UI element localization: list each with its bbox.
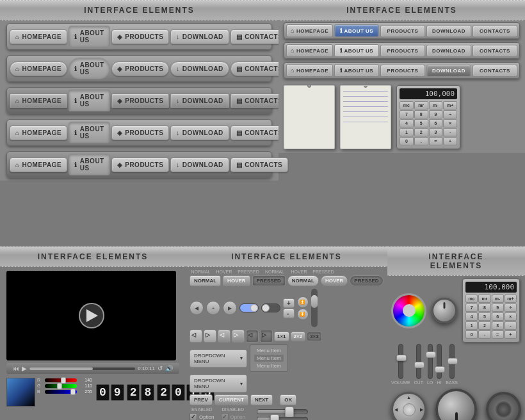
color-swatch[interactable] <box>6 378 35 407</box>
calc-btn-sub[interactable]: - <box>443 128 457 136</box>
calc-r-0[interactable]: 0 <box>465 330 478 339</box>
vslider-thumb-3[interactable] <box>426 351 436 358</box>
calc-r-2[interactable]: 2 <box>478 321 490 330</box>
nav-sm-homepage-3[interactable]: ⌂ HOMEPAGE <box>286 64 333 77</box>
range-mid[interactable]: 2×2 <box>291 332 306 341</box>
vslider-thumb-5[interactable] <box>448 358 458 364</box>
cb-box-1[interactable] <box>190 413 197 420</box>
calc-r-eq[interactable]: = <box>492 330 504 339</box>
media-down[interactable]: ⏬ <box>297 309 309 320</box>
calc-r-mul[interactable]: × <box>505 312 517 321</box>
nav-sm-products-3[interactable]: PRODUCTS <box>380 65 425 77</box>
nav-sm-download-3[interactable]: DOWNLOAD <box>426 65 471 77</box>
slider-track-1[interactable] <box>257 409 308 414</box>
color-handle-g[interactable] <box>57 383 62 389</box>
nav-sm-about-3[interactable]: ℹ ABOUT US <box>334 64 379 77</box>
calc-r-3[interactable]: 3 <box>492 321 504 330</box>
nav-homepage-4[interactable]: ⌂ HOMEPAGE <box>10 125 67 140</box>
calc-btn-mr[interactable]: mr <box>414 101 428 109</box>
nav-products-3[interactable]: ◈ PRODUCTS <box>111 93 170 108</box>
nav-products-4[interactable]: ◈ PRODUCTS <box>111 125 170 140</box>
calc-r-6[interactable]: 6 <box>492 312 504 321</box>
media-btn-prev[interactable]: ◀ <box>190 301 204 315</box>
calc-btn-add[interactable]: + <box>443 137 457 145</box>
nav-products-1[interactable]: ◈ PRODUCTS <box>111 29 170 44</box>
nav-sm-products-1[interactable]: PRODUCTS <box>380 25 425 37</box>
calc-r-8[interactable]: 8 <box>478 303 490 312</box>
nav-about-5[interactable]: ℹ ABOUT US <box>69 154 110 175</box>
btn-hover-round[interactable]: HOVER <box>321 275 348 286</box>
icon-btn-5[interactable]: ◁ <box>246 330 259 343</box>
scroll-thumb[interactable] <box>311 295 318 308</box>
calc-r-mc[interactable]: mc <box>465 295 478 303</box>
nav-sm-homepage-1[interactable]: ⌂ HOMEPAGE <box>286 24 333 37</box>
vslider-thumb-2[interactable] <box>414 362 424 368</box>
nav-sm-about-2[interactable]: ℹ ABOUT US <box>334 44 379 57</box>
vslider-track-3[interactable] <box>428 344 433 379</box>
scroll-bar[interactable] <box>311 289 318 327</box>
btn-next[interactable]: NEXT <box>250 394 273 405</box>
nav-about-2[interactable]: ℹ ABOUT US <box>69 58 110 79</box>
nav-sm-homepage-2[interactable]: ⌂ HOMEPAGE <box>286 44 333 57</box>
range-max[interactable]: 3×3 <box>307 332 322 341</box>
color-bar-b[interactable] <box>45 390 77 394</box>
btn-hover-1[interactable]: HOVER <box>223 275 250 286</box>
nav-homepage-5[interactable]: ⌂ HOMEPAGE <box>10 158 67 172</box>
vslider-track-4[interactable] <box>437 344 442 379</box>
icon-btn-1[interactable]: ◁ <box>190 330 202 343</box>
disc-left[interactable]: ◀ <box>394 407 398 412</box>
calc-btn-9[interactable]: 9 <box>429 110 443 118</box>
dropdown-2[interactable]: DROPDOWN MENU ▾ <box>190 375 247 392</box>
calc-btn-div[interactable]: ÷ <box>443 110 457 118</box>
nav-download-1[interactable]: ↓ DOWNLOAD <box>170 29 229 44</box>
nav-sm-products-2[interactable]: PRODUCTS <box>380 45 425 57</box>
calc-btn-dot[interactable]: . <box>414 137 428 145</box>
play-button[interactable] <box>79 303 104 328</box>
btn-ok[interactable]: OK <box>280 394 296 405</box>
nav-download-2[interactable]: ↓ DOWNLOAD <box>170 61 229 76</box>
calc-r-4[interactable]: 4 <box>465 312 478 321</box>
rewind-button[interactable]: ⏮ <box>13 365 19 372</box>
calc-r-7[interactable]: 7 <box>465 303 478 312</box>
calc-btn-6[interactable]: 6 <box>429 119 443 127</box>
stepper-up-1[interactable]: + <box>283 298 295 308</box>
calc-btn-4[interactable]: 4 <box>400 119 414 127</box>
vslider-track-1[interactable] <box>398 344 403 379</box>
color-handle-b[interactable] <box>70 389 76 395</box>
slider-thumb-2[interactable] <box>270 414 279 420</box>
calc-r-5[interactable]: 5 <box>478 312 490 321</box>
nav-about-4[interactable]: ℹ ABOUT US <box>69 122 110 143</box>
vslider-thumb-4[interactable] <box>435 366 445 373</box>
btn-normal-round[interactable]: NORMAL <box>287 275 319 286</box>
icon-btn-3[interactable]: ◁ <box>218 330 230 343</box>
calc-r-div[interactable]: ÷ <box>505 303 517 312</box>
calc-btn-2[interactable]: 2 <box>414 128 428 136</box>
dropdown-1[interactable]: DROPDOWN MENU ▾ <box>190 350 247 368</box>
disc-up[interactable]: ▲ <box>407 395 411 400</box>
nav-homepage-3[interactable]: ⌂ HOMEPAGE <box>10 93 67 108</box>
nav-about-1[interactable]: ℹ ABOUT US <box>69 26 110 47</box>
nav-homepage-2[interactable]: ⌂ HOMEPAGE <box>10 61 67 76</box>
btn-current[interactable]: CURRENT <box>214 394 248 405</box>
calc-btn-mp[interactable]: m+ <box>443 101 457 109</box>
range-min[interactable]: 1×1 <box>274 332 289 341</box>
nav-sm-contacts-1[interactable]: CONTACTS <box>472 25 517 37</box>
color-handle-r[interactable] <box>61 377 66 384</box>
btn-normal-1[interactable]: NORMAL <box>190 275 221 286</box>
calc-btn-7[interactable]: 7 <box>400 110 414 118</box>
media-btn-next[interactable]: ▶ <box>223 301 237 315</box>
media-up[interactable]: ⏫ <box>297 296 309 308</box>
calc-r-mp[interactable]: m+ <box>505 295 517 303</box>
nav-download-5[interactable]: ↓ DOWNLOAD <box>170 158 229 172</box>
disc-center[interactable] <box>403 403 416 416</box>
menu-item-1[interactable]: Menu Item <box>254 347 284 354</box>
calc-btn-eq[interactable]: = <box>429 137 443 145</box>
calc-r-add[interactable]: + <box>505 330 517 339</box>
calc-r-mr[interactable]: mr <box>478 295 490 303</box>
color-wheel[interactable] <box>391 293 426 328</box>
knob-small-1[interactable] <box>432 298 457 323</box>
calc-r-dot[interactable]: . <box>478 330 490 339</box>
nav-homepage-1[interactable]: ⌂ HOMEPAGE <box>10 29 67 44</box>
media-disc-ring[interactable]: ▲ ▼ ◀ ▶ <box>391 392 426 420</box>
disc-right[interactable]: ▶ <box>420 407 423 412</box>
